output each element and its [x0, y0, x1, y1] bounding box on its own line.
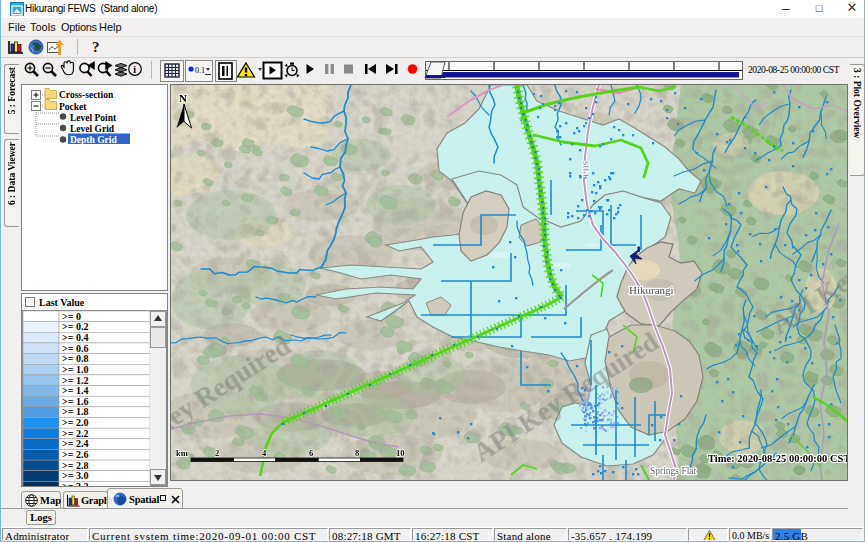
svg-text:>= 1.8: >= 1.8: [62, 406, 88, 417]
svg-text:>= 1.2: >= 1.2: [62, 375, 88, 386]
svg-text:Level Point: Level Point: [70, 113, 117, 123]
svg-text:>= 0.2: >= 0.2: [62, 321, 88, 332]
svg-text:2020-08-25 00:00:00 CST: 2020-08-25 00:00:00 CST: [748, 65, 840, 75]
svg-text:10: 10: [396, 448, 405, 458]
svg-text:km: km: [176, 448, 188, 458]
svg-text:Last Value: Last Value: [39, 297, 85, 308]
svg-text:Time: 2020-08-25 00:00:00 CST: Time: 2020-08-25 00:00:00 CST: [708, 453, 847, 464]
svg-text:>= 2.6: >= 2.6: [62, 449, 88, 460]
svg-text:>= 0: >= 0: [62, 311, 81, 322]
svg-text:>= 2.4: >= 2.4: [62, 438, 88, 449]
svg-text:>= 3.2: >= 3.2: [62, 481, 88, 486]
svg-text:SH 1: SH 1: [581, 161, 591, 178]
svg-text:8: 8: [355, 448, 359, 458]
svg-text:Depth Grid: Depth Grid: [70, 135, 117, 145]
svg-text:>= 2.2: >= 2.2: [62, 428, 88, 439]
svg-text:Cross-section: Cross-section: [59, 90, 114, 100]
svg-text:Level Grid: Level Grid: [70, 124, 115, 134]
svg-text:Springs Flat: Springs Flat: [650, 466, 697, 476]
svg-text:>= 0.4: >= 0.4: [62, 332, 88, 343]
svg-text:>= 0.6: >= 0.6: [62, 343, 88, 354]
svg-text:2: 2: [215, 448, 219, 458]
svg-text:>= 2.8: >= 2.8: [62, 460, 88, 471]
svg-text:>= 3.0: >= 3.0: [62, 470, 88, 481]
svg-text:?: ?: [92, 39, 100, 55]
svg-text:>= 1.4: >= 1.4: [62, 385, 88, 396]
svg-text:6: 6: [309, 448, 313, 458]
svg-text:i: i: [133, 64, 136, 75]
svg-text:>= 1.0: >= 1.0: [62, 364, 88, 375]
svg-text:Pocket: Pocket: [59, 102, 87, 112]
svg-text:>= 1.6: >= 1.6: [62, 396, 88, 407]
svg-text:>= 2.0: >= 2.0: [62, 417, 88, 428]
svg-text:>= 0.8: >= 0.8: [62, 353, 88, 364]
svg-text:N: N: [179, 92, 187, 104]
svg-text:0.1: 0.1: [195, 66, 205, 75]
svg-text:Hikurangi: Hikurangi: [629, 284, 674, 296]
